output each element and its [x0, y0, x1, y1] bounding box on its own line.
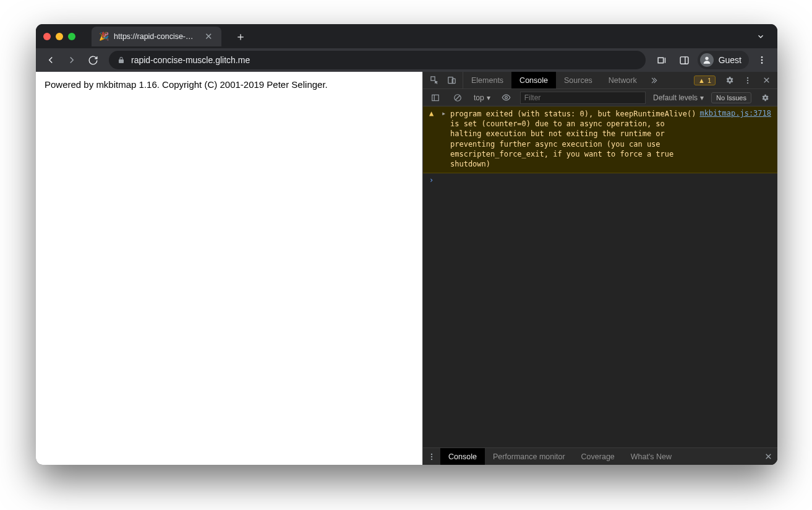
console-log-warning[interactable]: ▲ ▸ program exited (with status: 0), but… — [423, 106, 777, 173]
warning-icon: ▲ — [698, 77, 705, 84]
svg-point-11 — [747, 77, 748, 78]
tab-console[interactable]: Console — [511, 72, 556, 89]
svg-point-12 — [747, 79, 748, 80]
warnings-count: 1 — [707, 77, 711, 84]
svg-point-13 — [747, 82, 748, 83]
console-output[interactable]: ▲ ▸ program exited (with status: 0), but… — [423, 106, 777, 447]
devtools-tabbar: Elements Console Sources Network ▲ 1 — [423, 72, 777, 89]
chevron-down-icon: ▾ — [700, 93, 704, 102]
new-tab-button[interactable]: ＋ — [235, 29, 246, 44]
browser-menu-button[interactable] — [753, 51, 771, 69]
content-area: Powered by mkbitmap 1.16. Copyright (C) … — [36, 72, 777, 465]
forward-button[interactable] — [63, 51, 80, 69]
media-control-icon[interactable] — [653, 51, 672, 69]
svg-point-4 — [705, 57, 708, 60]
tabs-overflow-icon[interactable] — [645, 72, 662, 89]
browser-toolbar: rapid-concise-muscle.glitch.me Guest — [36, 48, 777, 72]
clear-console-icon[interactable] — [449, 93, 466, 102]
tab-elements[interactable]: Elements — [463, 72, 511, 89]
execution-context-select[interactable]: top ▾ — [471, 93, 493, 102]
log-message: program exited (with status: 0), but kee… — [450, 109, 696, 169]
browser-window: 🎉 https://rapid-concise-muscle.g ✕ ＋ rap… — [36, 24, 777, 465]
devtools-panel: Elements Console Sources Network ▲ 1 — [422, 72, 777, 465]
console-prompt[interactable]: › — [423, 173, 777, 187]
drawer-tab-whats-new[interactable]: What's New — [623, 448, 680, 465]
devtools-settings-icon[interactable] — [720, 76, 738, 85]
tab-title: https://rapid-concise-muscle.g — [114, 32, 199, 41]
console-filter-input[interactable] — [520, 92, 646, 104]
svg-rect-2 — [680, 56, 688, 63]
reload-button[interactable] — [84, 51, 101, 69]
warning-icon: ▲ — [429, 109, 438, 169]
live-expression-icon[interactable] — [498, 93, 515, 102]
warnings-count-badge[interactable]: ▲ 1 — [694, 76, 716, 85]
tab-sources[interactable]: Sources — [556, 72, 600, 89]
devtools-menu-icon[interactable] — [739, 76, 756, 85]
svg-point-20 — [505, 97, 508, 99]
page-body-text: Powered by mkbitmap 1.16. Copyright (C) … — [45, 79, 414, 90]
address-bar[interactable]: rapid-concise-muscle.glitch.me — [109, 51, 646, 69]
lock-icon — [118, 56, 125, 64]
drawer-tab-coverage[interactable]: Coverage — [573, 448, 623, 465]
toggle-sidebar-icon[interactable] — [427, 93, 444, 102]
levels-label: Default levels — [653, 93, 698, 102]
devtools-drawer-tabbar: Console Performance monitor Coverage Wha… — [423, 447, 777, 465]
avatar-icon — [700, 53, 714, 67]
log-source-link[interactable]: mkbitmap.js:3718 — [699, 109, 771, 118]
drawer-tab-performance-monitor[interactable]: Performance monitor — [485, 448, 573, 465]
svg-point-5 — [761, 56, 763, 58]
drawer-tab-console[interactable]: Console — [440, 448, 485, 465]
svg-rect-0 — [658, 58, 664, 63]
back-button[interactable] — [42, 51, 59, 69]
tab-network[interactable]: Network — [600, 72, 645, 89]
svg-rect-16 — [432, 95, 439, 100]
tab-favicon-icon: 🎉 — [99, 32, 109, 41]
tabs-overflow-button[interactable] — [751, 32, 770, 41]
context-label: top — [474, 93, 484, 102]
close-drawer-button[interactable] — [759, 448, 777, 465]
svg-point-6 — [761, 59, 763, 61]
svg-point-7 — [761, 62, 763, 64]
window-controls — [43, 33, 75, 40]
titlebar: 🎉 https://rapid-concise-muscle.g ✕ ＋ — [36, 24, 777, 48]
browser-tab[interactable]: 🎉 https://rapid-concise-muscle.g ✕ — [92, 27, 221, 46]
side-panel-icon[interactable] — [675, 51, 694, 69]
profile-button[interactable]: Guest — [698, 51, 749, 69]
profile-label: Guest — [719, 55, 741, 65]
maximize-window-button[interactable] — [68, 33, 75, 40]
web-page[interactable]: Powered by mkbitmap 1.16. Copyright (C) … — [36, 72, 422, 465]
svg-point-22 — [431, 456, 432, 457]
console-settings-icon[interactable] — [756, 93, 774, 102]
close-devtools-button[interactable] — [758, 76, 775, 84]
expand-caret-icon[interactable]: ▸ — [442, 109, 447, 169]
device-toggle-icon[interactable] — [443, 76, 460, 85]
issues-button[interactable]: No Issues — [711, 92, 751, 103]
close-window-button[interactable] — [43, 33, 51, 40]
prompt-caret-icon: › — [429, 176, 434, 184]
drawer-menu-icon[interactable] — [423, 448, 440, 465]
url-text: rapid-concise-muscle.glitch.me — [131, 55, 250, 65]
svg-point-23 — [431, 458, 432, 459]
chevron-down-icon: ▾ — [487, 93, 490, 102]
console-filter-bar: top ▾ Default levels ▾ No Issues — [423, 89, 777, 106]
svg-line-19 — [456, 95, 460, 100]
svg-rect-8 — [430, 77, 434, 80]
inspect-element-icon[interactable] — [425, 76, 443, 85]
svg-point-21 — [431, 453, 432, 454]
log-levels-select[interactable]: Default levels ▾ — [651, 93, 706, 102]
minimize-window-button[interactable] — [56, 33, 63, 40]
close-tab-button[interactable]: ✕ — [203, 31, 214, 42]
